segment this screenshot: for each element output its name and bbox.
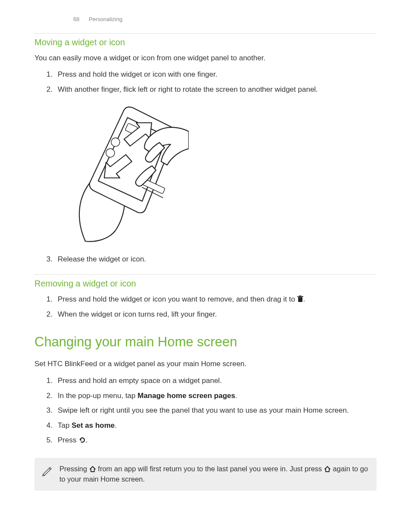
steps-list: 1. Press and hold the widget or icon wit… xyxy=(34,69,377,95)
step-item: 2. In the pop-up menu, tap Manage home s… xyxy=(34,391,377,401)
step-text: When the widget or icon turns red, lift … xyxy=(58,309,377,320)
step-text: Swipe left or right until you see the pa… xyxy=(58,405,377,416)
step-text: In the pop-up menu, tap Manage home scre… xyxy=(58,391,377,401)
heading-changing-home-screen: Changing your main Home screen xyxy=(34,333,377,352)
divider xyxy=(34,33,377,34)
step-item: 1. Press and hold an empty space on a wi… xyxy=(34,376,377,386)
pencil-icon xyxy=(40,464,53,480)
step-number: 1. xyxy=(34,294,58,305)
running-header: 68 Personalizing xyxy=(73,16,377,24)
svg-rect-5 xyxy=(298,297,302,302)
step-item: 3. Release the widget or icon. xyxy=(34,254,377,265)
step-text: Release the widget or icon. xyxy=(58,254,377,265)
steps-list: 1. Press and hold the widget or icon you… xyxy=(34,294,377,320)
step-item: 1. Press and hold the widget or icon you… xyxy=(34,294,377,305)
step-number: 1. xyxy=(34,376,58,386)
step-item: 4. Tap Set as home. xyxy=(34,420,377,431)
step-text: Press and hold the widget or icon with o… xyxy=(58,69,377,80)
page-number: 68 xyxy=(73,16,79,22)
step-number: 5. xyxy=(34,435,58,446)
steps-list: 3. Release the widget or icon. xyxy=(34,254,377,265)
trash-icon xyxy=(297,296,303,302)
step-text: Tap Set as home. xyxy=(58,420,377,431)
step-text: With another finger, flick left or right… xyxy=(58,84,377,95)
svg-point-0 xyxy=(111,138,120,146)
svg-point-1 xyxy=(106,149,115,157)
step-item: 2. When the widget or icon turns red, li… xyxy=(34,309,377,320)
subheading-moving-widget: Moving a widget or icon xyxy=(34,36,377,49)
step-number: 1. xyxy=(34,69,58,80)
step-item: 2. With another finger, flick left or ri… xyxy=(34,84,377,95)
step-item: 5. Press . xyxy=(34,435,377,446)
section-name: Personalizing xyxy=(89,16,122,22)
svg-rect-7 xyxy=(299,296,301,296)
step-number: 4. xyxy=(34,420,58,431)
note-text: Pressing from an app will first return y… xyxy=(59,464,369,485)
home-icon xyxy=(324,466,331,472)
body-text: You can easily move a widget or icon fro… xyxy=(34,53,377,64)
step-number: 3. xyxy=(34,405,58,416)
divider xyxy=(34,274,377,275)
body-text: Set HTC BlinkFeed or a widget panel as y… xyxy=(34,359,377,370)
step-text: Press and hold the widget or icon you wa… xyxy=(58,294,377,305)
phone-gesture-illustration xyxy=(59,101,189,243)
step-number: 2. xyxy=(34,309,58,320)
steps-list: 1. Press and hold an empty space on a wi… xyxy=(34,376,377,446)
step-number: 2. xyxy=(34,84,58,95)
note-box: Pressing from an app will first return y… xyxy=(34,458,377,491)
step-number: 2. xyxy=(34,391,58,401)
subheading-removing-widget: Removing a widget or icon xyxy=(34,277,377,290)
step-text: Press . xyxy=(58,435,377,446)
step-number: 3. xyxy=(34,254,58,265)
step-item: 1. Press and hold the widget or icon wit… xyxy=(34,69,377,80)
step-text: Press and hold an empty space on a widge… xyxy=(58,376,377,386)
home-icon xyxy=(89,466,96,472)
back-icon xyxy=(78,436,85,443)
step-item: 3. Swipe left or right until you see the… xyxy=(34,405,377,416)
